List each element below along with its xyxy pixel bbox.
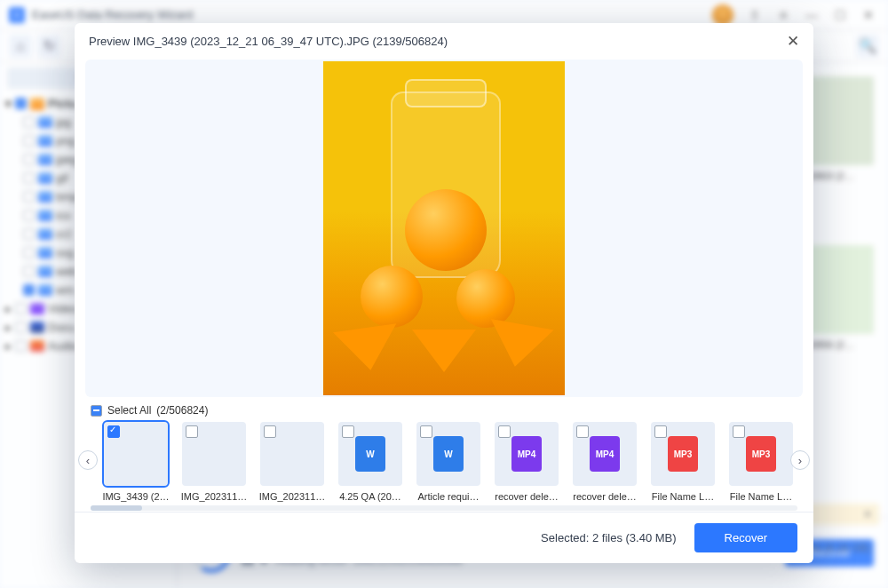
thumb-checkbox[interactable] <box>654 425 667 438</box>
preview-pane <box>85 60 803 397</box>
thumb-card[interactable]: W4.25 QA (20… <box>334 422 407 502</box>
thumb-label: recover dele… <box>568 491 641 502</box>
next-button[interactable]: › <box>790 450 810 470</box>
thumb-image: MP4 <box>495 422 559 486</box>
thumb-checkbox[interactable] <box>420 425 432 438</box>
thumb-checkbox[interactable] <box>733 425 745 438</box>
thumb-label: recover dele… <box>490 491 563 502</box>
thumb-card[interactable]: IMG_3439 (2… <box>99 422 172 502</box>
thumb-label: 4.25 QA (20… <box>334 491 407 502</box>
thumb-label: File Name L… <box>646 491 719 502</box>
preview-image <box>323 61 565 395</box>
dialog-recover-button[interactable]: Recover <box>694 523 797 552</box>
mp4-icon: MP4 <box>511 436 542 472</box>
thumb-card[interactable]: WArticle requi… <box>412 422 485 502</box>
prev-button[interactable]: ‹ <box>78 450 98 470</box>
thumb-checkbox[interactable] <box>498 425 511 438</box>
preview-dialog: Preview IMG_3439 (2023_12_21 06_39_47 UT… <box>75 23 813 563</box>
thumb-label: File Name L… <box>725 491 797 502</box>
select-all-count: (2/506824) <box>156 404 208 417</box>
thumb-card[interactable]: MP3File Name L… <box>725 422 797 502</box>
mp3-icon: MP3 <box>668 436 698 472</box>
thumb-image: MP4 <box>573 422 637 486</box>
thumb-card[interactable]: MP4recover dele… <box>490 422 563 502</box>
thumb-image: MP3 <box>729 422 793 486</box>
thumb-label: IMG_202311… <box>256 491 329 502</box>
thumb-checkbox[interactable] <box>342 425 354 438</box>
app-window: + EaseUS Data Recovery Wizard ⇪ ≡ — ☐ ✕ … <box>0 0 888 588</box>
thumb-image <box>104 422 168 486</box>
thumb-image: W <box>338 422 402 486</box>
thumb-checkbox[interactable] <box>576 425 589 438</box>
thumbnail-row: ‹ IMG_3439 (2…IMG_202311…IMG_202311…W4.2… <box>75 418 813 502</box>
thumb-checkbox[interactable] <box>107 425 120 438</box>
thumb-card[interactable]: IMG_202311… <box>256 422 329 502</box>
thumb-image: W <box>416 422 480 486</box>
thumb-card[interactable]: MP3File Name L… <box>646 422 719 502</box>
dialog-selected-summary: Selected: 2 files (3.40 MB) <box>541 531 676 544</box>
word-icon: W <box>433 436 464 472</box>
thumb-checkbox[interactable] <box>186 425 198 438</box>
dialog-close-icon[interactable]: ✕ <box>787 32 799 51</box>
thumb-card[interactable]: MP4recover dele… <box>568 422 641 502</box>
thumb-label: IMG_202311… <box>178 491 250 502</box>
word-icon: W <box>355 436 385 472</box>
select-all-label: Select All <box>107 404 151 417</box>
thumb-image <box>260 422 324 486</box>
thumb-image <box>182 422 246 486</box>
thumbnail-scrollbar[interactable] <box>91 505 797 511</box>
mp4-icon: MP4 <box>590 436 620 472</box>
select-all-checkbox[interactable] <box>91 405 102 417</box>
thumb-image: MP3 <box>651 422 715 486</box>
thumb-checkbox[interactable] <box>264 425 276 438</box>
dialog-title: Preview IMG_3439 (2023_12_21 06_39_47 UT… <box>89 35 448 48</box>
mp3-icon: MP3 <box>746 436 776 472</box>
thumb-card[interactable]: IMG_202311… <box>178 422 250 502</box>
thumb-label: Article requi… <box>412 491 485 502</box>
thumb-label: IMG_3439 (2… <box>99 491 172 502</box>
